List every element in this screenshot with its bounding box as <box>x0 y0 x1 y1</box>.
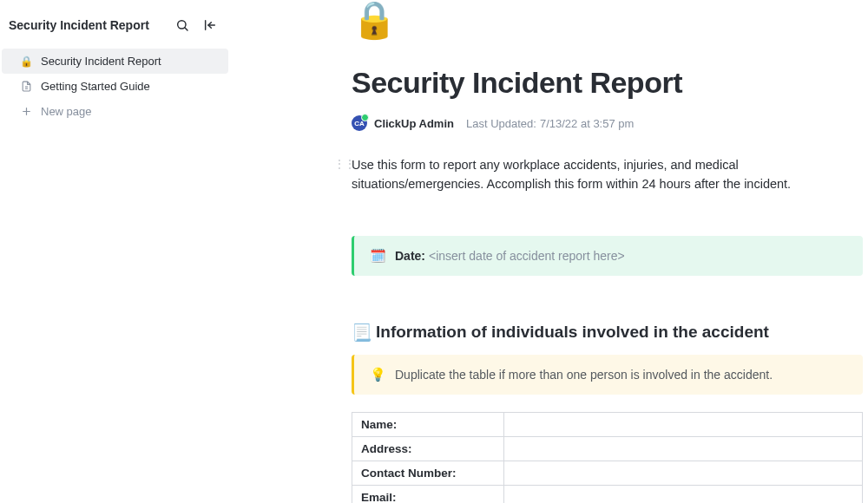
cell-value[interactable] <box>504 461 863 485</box>
section-info-heading[interactable]: 📃 Information of individuals involved in… <box>352 323 863 343</box>
document-icon <box>19 81 34 92</box>
sidebar-item-label: Security Incident Report <box>41 55 161 68</box>
collapse-sidebar-icon[interactable] <box>201 16 220 35</box>
author-name: ClickUp Admin <box>374 117 454 130</box>
table-row: Email: <box>352 485 863 503</box>
duplicate-note-text: Duplicate the table if more than one per… <box>395 368 773 382</box>
search-icon[interactable] <box>173 16 192 35</box>
date-label: Date: <box>395 249 425 263</box>
lock-icon: 🔒 <box>19 56 34 68</box>
duplicate-note-callout[interactable]: 💡 Duplicate the table if more than one p… <box>352 355 863 395</box>
sidebar-item-label: Getting Started Guide <box>41 80 150 93</box>
sidebar-item-security-incident-report[interactable]: 🔒 Security Incident Report <box>2 49 228 74</box>
individual-info-table[interactable]: Name: Address: Contact Number: Email: De… <box>352 412 863 503</box>
intro-paragraph[interactable]: Use this form to report any workplace ac… <box>352 155 863 194</box>
cell-label[interactable]: Address: <box>352 436 504 461</box>
date-placeholder: <insert date of accident report here> <box>429 249 625 263</box>
table-row: Address: <box>352 436 863 461</box>
sidebar-header: Security Incident Report <box>0 5 230 49</box>
updated-label: Last Updated: <box>466 117 536 130</box>
cell-value[interactable] <box>504 436 863 461</box>
calendar-icon: 🗓️ <box>370 248 386 264</box>
intro-block: ⋮⋮ Use this form to report any workplace… <box>352 155 863 194</box>
plus-icon <box>19 106 34 117</box>
updated-value: 7/13/22 at 3:57 pm <box>540 117 634 130</box>
svg-line-1 <box>185 28 187 30</box>
cell-label[interactable]: Name: <box>352 412 504 436</box>
main-content: 🔒 Security Incident Report CA ClickUp Ad… <box>230 0 868 503</box>
sidebar-title: Security Incident Report <box>9 18 173 32</box>
sidebar-item-label: New page <box>41 105 92 118</box>
table-row: Contact Number: <box>352 461 863 485</box>
sidebar-item-new-page[interactable]: New page <box>2 99 228 124</box>
cell-label[interactable]: Email: <box>352 485 504 503</box>
table-row: Name: <box>352 412 863 436</box>
drag-handle-icon[interactable]: ⋮⋮ <box>334 158 346 170</box>
cell-label[interactable]: Contact Number: <box>352 461 504 485</box>
cell-value[interactable] <box>504 485 863 503</box>
page-title[interactable]: Security Incident Report <box>352 66 863 100</box>
section-heading-text: Information of individuals involved in t… <box>376 323 769 342</box>
sidebar-items: 🔒 Security Incident Report Getting Start… <box>0 49 230 124</box>
document-content: 🔒 Security Incident Report CA ClickUp Ad… <box>352 2 868 503</box>
date-callout[interactable]: 🗓️ Date: <insert date of accident report… <box>352 236 863 276</box>
sidebar: Security Incident Report 🔒 Security Inci… <box>0 0 230 503</box>
author-avatar[interactable]: CA <box>352 115 367 131</box>
sidebar-item-getting-started-guide[interactable]: Getting Started Guide <box>2 74 228 99</box>
page-icon: 📃 <box>352 323 372 343</box>
cell-value[interactable] <box>504 412 863 436</box>
page-hero-icon[interactable]: 🔒 <box>352 2 863 38</box>
page-meta: CA ClickUp Admin Last Updated: 7/13/22 a… <box>352 115 863 131</box>
lightbulb-icon: 💡 <box>370 367 386 382</box>
